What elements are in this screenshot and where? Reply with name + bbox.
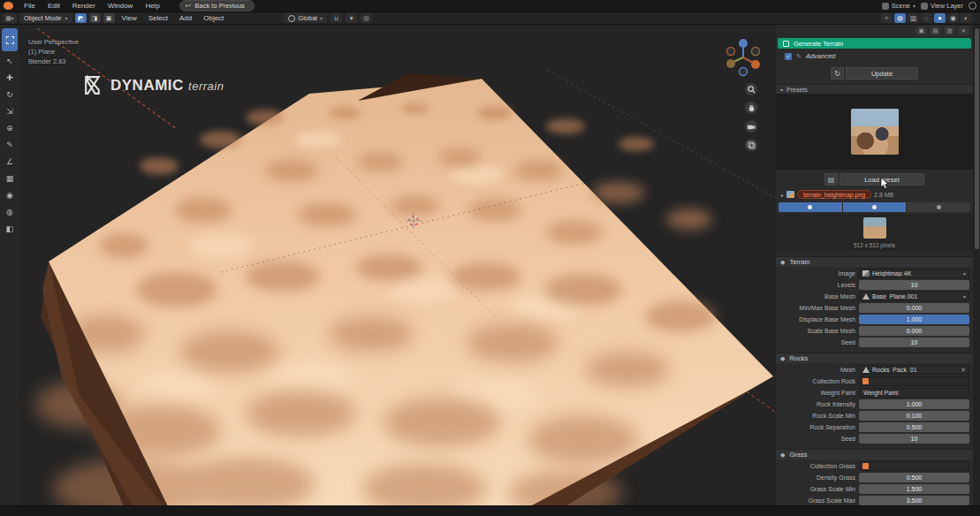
navigation-gizmo[interactable] bbox=[723, 37, 763, 78]
zoom-icon[interactable] bbox=[745, 83, 757, 95]
base-mesh-dropdown[interactable]: Base_Plane.001 ▾ bbox=[859, 292, 969, 301]
collection-rock-field[interactable] bbox=[859, 376, 969, 386]
snap-magnet-icon[interactable]: ∪ bbox=[330, 13, 342, 23]
sidebar-scrollbar[interactable] bbox=[973, 25, 980, 505]
rock-separation-slider[interactable]: 0.500 bbox=[859, 422, 969, 432]
filter-icon[interactable]: ▤ bbox=[930, 27, 941, 35]
options-icon[interactable]: ▥ bbox=[944, 27, 955, 35]
viewport-canvas[interactable]: User Perspective (1) Plane Blender 2.83 … bbox=[0, 25, 776, 505]
texture-name-badge[interactable]: terrain_heightmap.png bbox=[797, 190, 871, 199]
rock-scale-min-slider[interactable]: 0.100 bbox=[859, 411, 969, 421]
tool-annotate[interactable]: ✎ bbox=[2, 137, 18, 152]
update-button[interactable]: Update bbox=[846, 67, 918, 80]
refresh-icon[interactable]: ↻ bbox=[831, 67, 844, 80]
gizmo-toggle-icon[interactable]: ✧ bbox=[881, 13, 893, 23]
row-label: Min/Max Base Mesh bbox=[779, 305, 855, 311]
menu-view[interactable]: View bbox=[118, 13, 141, 23]
transform-orientation-dropdown[interactable]: Global ▾ bbox=[284, 13, 327, 23]
tool-rotate[interactable]: ↻ bbox=[2, 87, 18, 102]
shading-wireframe-icon[interactable]: ◌ bbox=[921, 13, 932, 23]
mesh-icon bbox=[862, 293, 870, 300]
mode-toggle-vertex[interactable]: ◩ bbox=[75, 13, 87, 23]
collapse-icon[interactable]: ▾ bbox=[958, 27, 969, 35]
blender-logo-icon[interactable] bbox=[4, 2, 13, 10]
segment-sun-icon[interactable] bbox=[779, 202, 842, 212]
menu-object[interactable]: Object bbox=[199, 13, 228, 23]
section-terrain-header[interactable]: ◆ Terrain bbox=[776, 256, 973, 267]
folder-icon[interactable]: ▤ bbox=[824, 173, 838, 186]
generate-terrain-button[interactable]: Generate Terrain bbox=[778, 38, 971, 49]
menu-render[interactable]: Render bbox=[67, 1, 101, 11]
overlays-toggle-icon[interactable]: ◍ bbox=[894, 13, 906, 23]
grass-scale-min-slider[interactable]: 1.500 bbox=[859, 484, 969, 494]
collection-grass-field[interactable] bbox=[859, 461, 969, 471]
object-mode-dropdown[interactable]: Object Mode ▾ bbox=[19, 13, 72, 23]
checkbox-checked-icon[interactable]: ✓ bbox=[785, 53, 792, 60]
tool-bevel[interactable]: ◧ bbox=[2, 221, 18, 236]
tool-select-box[interactable] bbox=[2, 28, 18, 51]
camera-view-icon[interactable] bbox=[745, 120, 757, 133]
segment-light-icon[interactable] bbox=[843, 202, 907, 212]
viewport-object-label: (1) Plane bbox=[28, 47, 79, 57]
perspective-toggle-icon[interactable] bbox=[745, 139, 757, 151]
row-label: Rock Intensity bbox=[779, 401, 855, 407]
pan-hand-icon[interactable] bbox=[745, 102, 757, 114]
presets-panel-header[interactable]: ▾ Presets bbox=[776, 84, 973, 94]
minmax-base-mesh-slider[interactable]: 0.000 bbox=[859, 303, 969, 313]
snap-options-dropdown[interactable]: ▾ bbox=[346, 13, 357, 23]
tool-extrude[interactable]: ◉ bbox=[2, 187, 18, 202]
rocks-mesh-dropdown[interactable]: Rocks_Pack_01 ✕ bbox=[859, 365, 969, 375]
clear-x-icon[interactable]: ✕ bbox=[961, 367, 966, 374]
menu-file[interactable]: File bbox=[19, 1, 41, 11]
viewport-version-label: Blender 2.83 bbox=[28, 57, 79, 66]
scrollbar-handle[interactable] bbox=[975, 28, 979, 249]
segment-lock-icon[interactable] bbox=[907, 202, 970, 212]
mode-toggle-edge[interactable]: ◨ bbox=[89, 13, 101, 23]
displace-base-mesh-slider[interactable]: 1.000 bbox=[859, 315, 969, 324]
terrain-seed-slider[interactable]: 10 bbox=[859, 338, 969, 347]
tool-add-cube[interactable]: ▦ bbox=[2, 171, 18, 186]
menu-edit[interactable]: Edit bbox=[42, 1, 65, 11]
advanced-checkbox-row[interactable]: ✓ ✎ Advanced bbox=[776, 49, 973, 62]
menu-select[interactable]: Select bbox=[144, 13, 172, 23]
weight-paint-field[interactable]: Weight Paint bbox=[859, 388, 969, 398]
shading-material-icon[interactable]: ◉ bbox=[947, 13, 959, 23]
view-layer-selector[interactable]: View Layer bbox=[921, 2, 963, 10]
tool-transform[interactable]: ⊕ bbox=[2, 120, 18, 135]
proportional-edit-icon[interactable]: ◎ bbox=[361, 13, 372, 23]
image-dropdown[interactable]: Heightmap 4K ▾ bbox=[859, 269, 969, 278]
scale-base-mesh-slider[interactable]: 0.000 bbox=[859, 326, 969, 336]
heightmap-thumbnail-image[interactable] bbox=[863, 217, 886, 239]
menu-window[interactable]: Window bbox=[103, 1, 138, 11]
grass-scale-max-slider[interactable]: 3.500 bbox=[859, 496, 969, 505]
tool-move[interactable]: ✚ bbox=[2, 70, 18, 85]
scene-selector[interactable]: Scene ▾ bbox=[882, 2, 915, 10]
rocks-seed-slider[interactable]: 10 bbox=[859, 434, 969, 444]
preset-thumbnail-image[interactable] bbox=[851, 109, 899, 155]
row-grass-scale-min: Grass Scale Min 1.500 bbox=[779, 484, 969, 494]
tool-scale[interactable]: ⇲ bbox=[2, 103, 18, 118]
density-grass-slider[interactable]: 0.500 bbox=[859, 473, 969, 482]
dynamic-terrain-watermark: DYNAMIC terrain bbox=[82, 74, 224, 96]
levels-slider[interactable]: 10 bbox=[859, 280, 969, 290]
back-to-previous-button[interactable]: ↩ Back to Previous bbox=[179, 0, 254, 11]
editor-type-button[interactable]: ▦▾ bbox=[3, 13, 17, 23]
pin-icon[interactable]: ▣ bbox=[915, 27, 927, 35]
shading-rendered-icon[interactable]: ◐ bbox=[961, 13, 972, 23]
chevron-down-icon: ▾ bbox=[65, 15, 68, 21]
shading-solid-icon[interactable]: ● bbox=[934, 13, 946, 23]
tool-inset[interactable]: ◍ bbox=[2, 204, 18, 219]
view-layer-sphere-icon[interactable] bbox=[969, 2, 976, 10]
menu-help[interactable]: Help bbox=[140, 1, 164, 11]
tool-cursor[interactable]: ↖ bbox=[2, 53, 18, 68]
section-grass-header[interactable]: ◆ Grass bbox=[776, 449, 973, 459]
mode-toggle-face[interactable]: ▣ bbox=[103, 13, 115, 23]
xray-toggle-icon[interactable]: ▥ bbox=[908, 13, 919, 23]
section-rocks-header[interactable]: ◆ Rocks bbox=[776, 353, 973, 363]
diamond-icon: ◆ bbox=[780, 452, 785, 459]
view-layer-icon bbox=[921, 3, 928, 10]
rock-intensity-slider[interactable]: 1.000 bbox=[859, 399, 969, 409]
heightmap-texture-row[interactable]: ▸ terrain_heightmap.png 2.8 MB bbox=[776, 188, 973, 201]
menu-add[interactable]: Add bbox=[175, 13, 196, 23]
tool-measure[interactable]: ∠ bbox=[2, 154, 18, 169]
